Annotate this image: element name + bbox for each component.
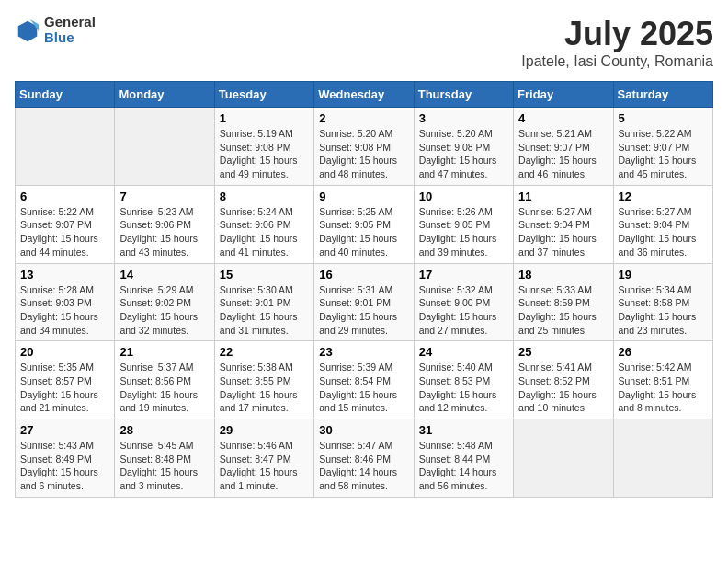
cell-info: Sunrise: 5:40 AMSunset: 8:53 PMDaylight:… — [419, 361, 508, 415]
cell-info: Sunrise: 5:29 AMSunset: 9:02 PMDaylight:… — [119, 283, 209, 338]
cell-info: Sunrise: 5:30 AMSunset: 9:01 PMDaylight:… — [220, 283, 309, 338]
cell-info: Sunrise: 5:39 AMSunset: 8:54 PMDaylight:… — [319, 361, 408, 415]
calendar-cell: 22Sunrise: 5:38 AMSunset: 8:55 PMDayligh… — [214, 341, 313, 419]
day-number: 19 — [619, 268, 708, 282]
calendar-cell: 13Sunrise: 5:28 AMSunset: 9:03 PMDayligh… — [16, 263, 115, 341]
calendar-table: SundayMondayTuesdayWednesdayThursdayFrid… — [15, 81, 713, 498]
cell-info: Sunrise: 5:33 AMSunset: 8:59 PMDaylight:… — [518, 283, 608, 338]
day-number: 30 — [319, 423, 408, 437]
weekday-header-sunday: Sunday — [16, 82, 115, 108]
calendar-cell — [16, 108, 115, 186]
day-number: 25 — [518, 345, 608, 359]
day-number: 8 — [220, 190, 309, 203]
cell-info: Sunrise: 5:27 AMSunset: 9:04 PMDaylight:… — [619, 205, 708, 259]
calendar-cell: 21Sunrise: 5:37 AMSunset: 8:56 PMDayligh… — [115, 341, 214, 419]
calendar-week-row: 27Sunrise: 5:43 AMSunset: 8:49 PMDayligh… — [16, 419, 713, 498]
day-number: 14 — [119, 268, 209, 282]
day-number: 5 — [619, 111, 708, 125]
calendar-cell: 14Sunrise: 5:29 AMSunset: 9:02 PMDayligh… — [115, 263, 214, 341]
day-number: 27 — [20, 423, 109, 437]
cell-info: Sunrise: 5:37 AMSunset: 8:56 PMDaylight:… — [119, 361, 209, 415]
cell-info: Sunrise: 5:20 AMSunset: 9:08 PMDaylight:… — [319, 127, 408, 181]
calendar-cell: 23Sunrise: 5:39 AMSunset: 8:54 PMDayligh… — [314, 341, 414, 419]
day-number: 11 — [518, 190, 608, 203]
cell-info: Sunrise: 5:27 AMSunset: 9:04 PMDaylight:… — [518, 205, 608, 259]
calendar-cell: 27Sunrise: 5:43 AMSunset: 8:49 PMDayligh… — [16, 419, 115, 498]
cell-info: Sunrise: 5:34 AMSunset: 8:58 PMDaylight:… — [619, 283, 708, 338]
calendar-cell: 2Sunrise: 5:20 AMSunset: 9:08 PMDaylight… — [314, 108, 414, 186]
weekday-header-monday: Monday — [115, 82, 214, 108]
day-number: 16 — [319, 268, 408, 282]
logo: General Blue — [15, 15, 96, 45]
calendar-cell: 20Sunrise: 5:35 AMSunset: 8:57 PMDayligh… — [16, 341, 115, 419]
day-number: 26 — [619, 345, 708, 359]
calendar-cell: 30Sunrise: 5:47 AMSunset: 8:46 PMDayligh… — [314, 419, 414, 498]
day-number: 7 — [119, 190, 209, 203]
cell-info: Sunrise: 5:45 AMSunset: 8:48 PMDaylight:… — [119, 439, 209, 493]
cell-info: Sunrise: 5:38 AMSunset: 8:55 PMDaylight:… — [220, 361, 309, 415]
day-number: 9 — [319, 190, 408, 203]
calendar-week-row: 13Sunrise: 5:28 AMSunset: 9:03 PMDayligh… — [16, 263, 713, 341]
weekday-header-thursday: Thursday — [414, 82, 513, 108]
cell-info: Sunrise: 5:22 AMSunset: 9:07 PMDaylight:… — [619, 127, 708, 181]
calendar-cell: 28Sunrise: 5:45 AMSunset: 8:48 PMDayligh… — [115, 419, 214, 498]
calendar-subtitle: Ipatele, Iasi County, Romania — [521, 53, 713, 70]
page-header: General Blue July 2025 Ipatele, Iasi Cou… — [15, 15, 713, 70]
logo-icon — [15, 17, 40, 43]
day-number: 31 — [419, 423, 508, 437]
cell-info: Sunrise: 5:26 AMSunset: 9:05 PMDaylight:… — [419, 205, 508, 259]
day-number: 17 — [419, 268, 508, 282]
calendar-cell: 25Sunrise: 5:41 AMSunset: 8:52 PMDayligh… — [514, 341, 613, 419]
title-block: July 2025 Ipatele, Iasi County, Romania — [521, 15, 713, 70]
weekday-header-saturday: Saturday — [613, 82, 712, 108]
calendar-cell: 5Sunrise: 5:22 AMSunset: 9:07 PMDaylight… — [613, 108, 712, 186]
calendar-cell — [514, 419, 613, 498]
weekday-header-friday: Friday — [514, 82, 613, 108]
cell-info: Sunrise: 5:41 AMSunset: 8:52 PMDaylight:… — [518, 361, 608, 415]
day-number: 23 — [319, 345, 408, 359]
calendar-cell: 10Sunrise: 5:26 AMSunset: 9:05 PMDayligh… — [414, 185, 513, 263]
cell-info: Sunrise: 5:46 AMSunset: 8:47 PMDaylight:… — [220, 439, 309, 493]
weekday-header-row: SundayMondayTuesdayWednesdayThursdayFrid… — [16, 82, 713, 108]
calendar-cell: 8Sunrise: 5:24 AMSunset: 9:06 PMDaylight… — [214, 185, 313, 263]
day-number: 4 — [518, 111, 608, 125]
cell-info: Sunrise: 5:48 AMSunset: 8:44 PMDaylight:… — [419, 439, 508, 493]
weekday-header-tuesday: Tuesday — [214, 82, 313, 108]
calendar-cell: 17Sunrise: 5:32 AMSunset: 9:00 PMDayligh… — [414, 263, 513, 341]
cell-info: Sunrise: 5:23 AMSunset: 9:06 PMDaylight:… — [119, 205, 209, 259]
cell-info: Sunrise: 5:42 AMSunset: 8:51 PMDaylight:… — [619, 361, 708, 415]
calendar-cell: 6Sunrise: 5:22 AMSunset: 9:07 PMDaylight… — [16, 185, 115, 263]
calendar-cell: 7Sunrise: 5:23 AMSunset: 9:06 PMDaylight… — [115, 185, 214, 263]
calendar-cell: 26Sunrise: 5:42 AMSunset: 8:51 PMDayligh… — [613, 341, 712, 419]
cell-info: Sunrise: 5:47 AMSunset: 8:46 PMDaylight:… — [319, 439, 408, 493]
calendar-cell: 15Sunrise: 5:30 AMSunset: 9:01 PMDayligh… — [214, 263, 313, 341]
calendar-cell: 19Sunrise: 5:34 AMSunset: 8:58 PMDayligh… — [613, 263, 712, 341]
cell-info: Sunrise: 5:25 AMSunset: 9:05 PMDaylight:… — [319, 205, 408, 259]
day-number: 18 — [518, 268, 608, 282]
day-number: 13 — [20, 268, 109, 282]
calendar-cell: 16Sunrise: 5:31 AMSunset: 9:01 PMDayligh… — [314, 263, 414, 341]
calendar-cell: 29Sunrise: 5:46 AMSunset: 8:47 PMDayligh… — [214, 419, 313, 498]
day-number: 6 — [20, 190, 109, 203]
day-number: 28 — [119, 423, 209, 437]
day-number: 2 — [319, 111, 408, 125]
calendar-cell: 1Sunrise: 5:19 AMSunset: 9:08 PMDaylight… — [214, 108, 313, 186]
calendar-cell: 3Sunrise: 5:20 AMSunset: 9:08 PMDaylight… — [414, 108, 513, 186]
day-number: 29 — [220, 423, 309, 437]
cell-info: Sunrise: 5:35 AMSunset: 8:57 PMDaylight:… — [20, 361, 109, 415]
day-number: 15 — [220, 268, 309, 282]
logo-blue-text: Blue — [44, 30, 96, 46]
calendar-cell: 12Sunrise: 5:27 AMSunset: 9:04 PMDayligh… — [613, 185, 712, 263]
day-number: 22 — [220, 345, 309, 359]
calendar-cell: 11Sunrise: 5:27 AMSunset: 9:04 PMDayligh… — [514, 185, 613, 263]
calendar-week-row: 6Sunrise: 5:22 AMSunset: 9:07 PMDaylight… — [16, 185, 713, 263]
cell-info: Sunrise: 5:28 AMSunset: 9:03 PMDaylight:… — [20, 283, 109, 338]
day-number: 10 — [419, 190, 508, 203]
calendar-week-row: 1Sunrise: 5:19 AMSunset: 9:08 PMDaylight… — [16, 108, 713, 186]
cell-info: Sunrise: 5:20 AMSunset: 9:08 PMDaylight:… — [419, 127, 508, 181]
day-number: 24 — [419, 345, 508, 359]
cell-info: Sunrise: 5:21 AMSunset: 9:07 PMDaylight:… — [518, 127, 608, 181]
day-number: 3 — [419, 111, 508, 125]
logo-general-text: General — [44, 15, 96, 30]
cell-info: Sunrise: 5:24 AMSunset: 9:06 PMDaylight:… — [220, 205, 309, 259]
